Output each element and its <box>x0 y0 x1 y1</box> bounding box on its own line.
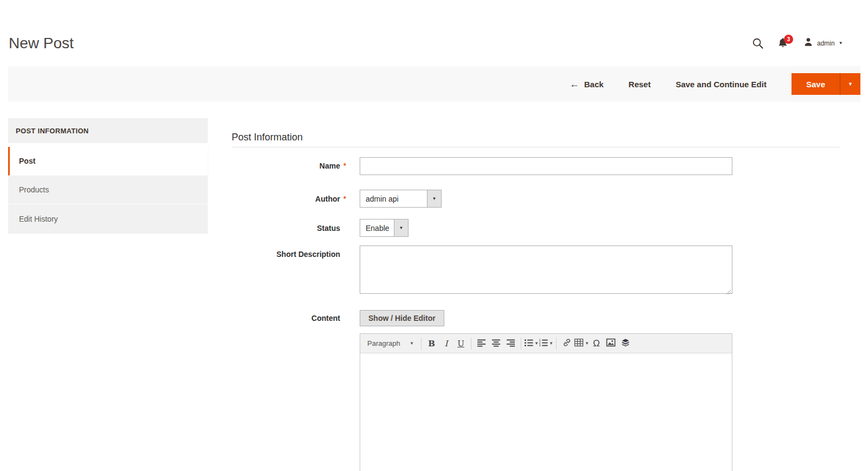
align-left-button[interactable] <box>474 337 489 351</box>
short-description-label: Short Description <box>232 250 340 259</box>
save-split-button: Save ▼ <box>792 73 860 95</box>
section-title: Post Information <box>232 132 303 143</box>
user-icon <box>803 37 813 49</box>
status-label: Status <box>232 224 340 233</box>
numbered-list-button[interactable]: 123 ▼ <box>539 337 553 351</box>
editor-content-area[interactable] <box>360 353 732 471</box>
align-right-button[interactable] <box>503 337 518 351</box>
admin-new-post-page: New Post 3 admin ▼ ← Back Reset Save and… <box>0 0 868 471</box>
save-and-continue-button[interactable]: Save and Continue Edit <box>675 80 767 89</box>
sidebar-item-post-label: Post <box>19 157 35 165</box>
status-select-caret-icon: ▼ <box>394 220 408 236</box>
user-caret-down-icon: ▼ <box>839 41 843 46</box>
special-character-button[interactable]: Ω <box>589 337 604 351</box>
search-icon <box>752 42 764 51</box>
save-and-continue-label: Save and Continue Edit <box>675 80 767 89</box>
bullet-list-caret-icon: ▼ <box>534 341 539 346</box>
post-information-sidebar: POST INFORMATION Post Products Edit Hist… <box>8 118 208 234</box>
toolbar-separator <box>421 338 422 350</box>
name-required-mark: * <box>343 162 346 170</box>
bullet-list-icon <box>524 338 533 349</box>
insert-link-button[interactable] <box>559 337 574 351</box>
sidebar-item-post[interactable]: Post <box>8 147 208 176</box>
bullet-list-button[interactable]: ▼ <box>524 337 539 351</box>
toolbar-separator <box>471 338 471 350</box>
page-title: New Post <box>9 35 74 52</box>
numbered-list-icon: 123 <box>539 338 548 349</box>
show-hide-editor-button[interactable]: Show / Hide Editor <box>360 310 444 326</box>
widget-icon <box>621 338 630 349</box>
reset-button-label: Reset <box>629 80 651 89</box>
content-label: Content <box>232 314 340 322</box>
author-select-caret-icon: ▼ <box>427 190 441 207</box>
notifications-button[interactable]: 3 <box>777 37 788 50</box>
align-center-icon <box>492 338 501 349</box>
insert-image-button[interactable] <box>604 337 618 351</box>
table-caret-icon: ▼ <box>585 341 589 346</box>
editor-toolbar: Paragraph ▼ B I U ▼ 123 <box>360 334 732 353</box>
sidebar-item-products[interactable]: Products <box>8 176 208 204</box>
author-select[interactable]: admin api ▼ <box>360 190 442 208</box>
back-button[interactable]: ← Back <box>570 79 604 89</box>
back-button-label: Back <box>584 80 604 89</box>
notification-count-badge: 3 <box>784 35 793 44</box>
align-left-icon <box>477 338 486 349</box>
insert-widget-button[interactable] <box>618 337 633 351</box>
bold-button[interactable]: B <box>424 337 439 351</box>
admin-user-menu[interactable]: admin ▼ <box>803 37 843 49</box>
format-caret-down-icon: ▼ <box>410 341 414 346</box>
svg-text:3: 3 <box>539 344 541 347</box>
italic-button[interactable]: I <box>439 337 454 351</box>
toolbar-separator <box>556 338 557 350</box>
back-arrow-icon: ← <box>570 79 579 89</box>
reset-button[interactable]: Reset <box>629 80 651 89</box>
sidebar-item-products-label: Products <box>19 185 49 194</box>
toolbar-separator <box>521 338 521 350</box>
image-icon <box>606 338 616 349</box>
save-options-caret-button[interactable]: ▼ <box>840 73 860 95</box>
insert-table-button[interactable]: ▼ <box>574 337 589 351</box>
caret-down-icon: ▼ <box>848 81 853 87</box>
underline-button[interactable]: U <box>454 337 468 351</box>
sidebar-item-edit-history-label: Edit History <box>19 215 58 223</box>
name-label: Name <box>232 162 340 170</box>
name-input[interactable] <box>360 157 732 175</box>
short-description-textarea[interactable] <box>360 246 732 294</box>
align-right-icon <box>506 338 515 349</box>
page-action-bar: ← Back Reset Save and Continue Edit Save… <box>8 66 860 102</box>
search-button[interactable] <box>752 37 764 51</box>
paragraph-format-value: Paragraph <box>367 339 400 347</box>
section-divider <box>232 147 840 147</box>
link-icon <box>562 338 572 349</box>
sidebar-header: POST INFORMATION <box>8 118 208 143</box>
save-button[interactable]: Save <box>792 73 840 95</box>
status-select[interactable]: Enable ▼ <box>360 219 409 237</box>
paragraph-format-select[interactable]: Paragraph ▼ <box>363 337 418 351</box>
sidebar-item-edit-history[interactable]: Edit History <box>8 204 208 234</box>
numbered-list-caret-icon: ▼ <box>549 341 553 346</box>
align-center-button[interactable] <box>489 337 503 351</box>
content-wysiwyg-editor: Paragraph ▼ B I U ▼ 123 <box>360 333 732 471</box>
author-label: Author <box>232 195 340 203</box>
admin-username: admin <box>817 40 835 47</box>
table-icon <box>574 338 584 349</box>
status-select-value: Enable <box>360 220 394 236</box>
author-required-mark: * <box>343 195 346 203</box>
author-select-value: admin api <box>360 190 427 207</box>
